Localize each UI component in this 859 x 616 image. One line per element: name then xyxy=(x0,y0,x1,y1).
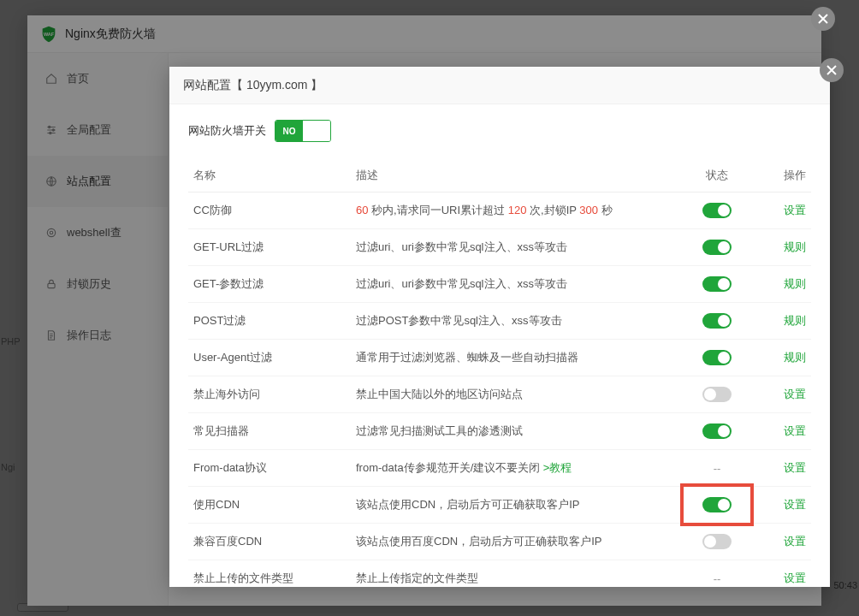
table-row: 禁止上传的文件类型禁止上传指定的文件类型--设置 xyxy=(188,560,811,588)
rule-desc: 该站点使用CDN，启动后方可正确获取客户IP xyxy=(351,487,674,524)
rule-name: From-data协议 xyxy=(188,450,351,487)
rule-action-link[interactable]: 规则 xyxy=(784,314,806,327)
rule-action-link[interactable]: 规则 xyxy=(784,240,806,253)
rule-name: 禁止海外访问 xyxy=(188,376,351,413)
outer-close-button[interactable] xyxy=(811,7,835,31)
toggle-off-side xyxy=(303,121,330,141)
firewall-switch-row: 网站防火墙开关 NO xyxy=(188,120,811,142)
rule-action-link[interactable]: 设置 xyxy=(784,204,806,216)
tutorial-link[interactable]: >教程 xyxy=(543,461,572,474)
rule-desc: 该站点使用百度CDN，启动后方可正确获取客户IP xyxy=(351,524,674,560)
inner-title-bar: 网站配置【 10yym.com 】 xyxy=(169,67,830,104)
rule-desc: 禁止上传指定的文件类型 xyxy=(351,560,674,588)
table-row: GET-URL过滤过滤uri、uri参数中常见sql注入、xss等攻击规则 xyxy=(188,229,811,266)
rule-status xyxy=(674,266,760,303)
rule-desc: 60 秒内,请求同一URI累计超过 120 次,封锁IP 300 秒 xyxy=(351,192,674,229)
rule-desc: from-data传参规范开关/建议不要关闭 >教程 xyxy=(351,450,674,487)
rule-action: 规则 xyxy=(760,340,811,376)
rule-status xyxy=(674,303,760,340)
toggle-knob xyxy=(718,352,730,364)
inner-body: 网站防火墙开关 NO 名称 描述 状态 操作 CC防御60 秒内,请求同一URI… xyxy=(169,104,830,587)
rule-status: -- xyxy=(674,560,760,588)
table-row: POST过滤过滤POST参数中常见sql注入、xss等攻击规则 xyxy=(188,303,811,340)
rule-action: 设置 xyxy=(760,487,811,524)
rule-toggle[interactable] xyxy=(702,240,732,255)
rule-name: POST过滤 xyxy=(188,303,351,340)
rule-action-link[interactable]: 设置 xyxy=(784,388,806,400)
toggle-knob xyxy=(718,241,730,253)
table-row: User-Agent过滤通常用于过滤浏览器、蜘蛛及一些自动扫描器规则 xyxy=(188,340,811,376)
rule-name: CC防御 xyxy=(188,192,351,229)
table-row: GET-参数过滤过滤uri、uri参数中常见sql注入、xss等攻击规则 xyxy=(188,266,811,303)
toggle-knob xyxy=(704,388,716,400)
rule-action: 设置 xyxy=(760,376,811,413)
toggle-knob xyxy=(718,425,730,437)
toggle-knob xyxy=(718,315,730,327)
table-row: 禁止海外访问禁止中国大陆以外的地区访问站点设置 xyxy=(188,376,811,413)
rule-status xyxy=(674,340,760,376)
firewall-switch-label: 网站防火墙开关 xyxy=(188,123,266,139)
rule-name: 使用CDN xyxy=(188,487,351,524)
rule-toggle[interactable] xyxy=(702,534,732,549)
rule-action-link[interactable]: 设置 xyxy=(784,572,806,584)
rule-status: -- xyxy=(674,450,760,487)
close-icon xyxy=(826,65,837,75)
rule-toggle[interactable] xyxy=(702,424,732,439)
toggle-knob xyxy=(718,499,730,511)
rule-action: 规则 xyxy=(760,229,811,266)
rule-desc: 过滤uri、uri参数中常见sql注入、xss等攻击 xyxy=(351,266,674,303)
rule-status xyxy=(674,487,760,524)
rule-action-link[interactable]: 规则 xyxy=(784,277,806,290)
rule-desc: 过滤常见扫描测试工具的渗透测试 xyxy=(351,413,674,450)
rule-action: 设置 xyxy=(760,560,811,588)
rule-desc: 通常用于过滤浏览器、蜘蛛及一些自动扫描器 xyxy=(351,340,674,376)
rule-toggle[interactable] xyxy=(702,276,732,292)
rule-name: GET-参数过滤 xyxy=(188,266,351,303)
th-status: 状态 xyxy=(674,159,760,192)
firewall-master-toggle[interactable]: NO xyxy=(275,120,331,142)
rules-table: 名称 描述 状态 操作 CC防御60 秒内,请求同一URI累计超过 120 次,… xyxy=(188,159,811,587)
rule-action: 设置 xyxy=(760,192,811,229)
rule-status xyxy=(674,229,760,266)
rule-name: User-Agent过滤 xyxy=(188,340,351,376)
table-row: From-data协议from-data传参规范开关/建议不要关闭 >教程--设… xyxy=(188,450,811,487)
table-row: 常见扫描器过滤常见扫描测试工具的渗透测试设置 xyxy=(188,413,811,450)
rule-status xyxy=(674,376,760,413)
toggle-knob xyxy=(718,278,730,290)
rule-action: 设置 xyxy=(760,413,811,450)
rule-action: 规则 xyxy=(760,303,811,340)
rule-action-link[interactable]: 设置 xyxy=(784,461,806,474)
rule-action-link[interactable]: 设置 xyxy=(784,424,806,437)
rule-toggle[interactable] xyxy=(702,387,732,402)
rule-action: 设置 xyxy=(760,450,811,487)
rule-toggle[interactable] xyxy=(702,203,732,218)
rule-name: 兼容百度CDN xyxy=(188,524,351,560)
table-row: 使用CDN该站点使用CDN，启动后方可正确获取客户IP设置 xyxy=(188,487,811,524)
rule-name: 常见扫描器 xyxy=(188,413,351,450)
inner-close-button[interactable] xyxy=(820,58,844,82)
rule-action-link[interactable]: 设置 xyxy=(784,535,806,548)
rule-desc: 过滤uri、uri参数中常见sql注入、xss等攻击 xyxy=(351,229,674,266)
rule-status xyxy=(674,413,760,450)
rule-name: GET-URL过滤 xyxy=(188,229,351,266)
rule-action: 规则 xyxy=(760,266,811,303)
rule-name: 禁止上传的文件类型 xyxy=(188,560,351,588)
rule-status xyxy=(674,524,760,560)
inner-title-text: 网站配置【 10yym.com 】 xyxy=(183,78,323,93)
close-icon xyxy=(818,14,828,24)
rule-desc: 过滤POST参数中常见sql注入、xss等攻击 xyxy=(351,303,674,340)
inner-modal: 网站配置【 10yym.com 】 网站防火墙开关 NO 名称 描述 状态 操作… xyxy=(169,67,830,587)
status-dash: -- xyxy=(714,572,721,585)
rule-status xyxy=(674,192,760,229)
rule-action-link[interactable]: 规则 xyxy=(784,351,806,364)
toggle-on-side: NO xyxy=(275,121,303,141)
rule-toggle[interactable] xyxy=(702,497,732,512)
table-row: CC防御60 秒内,请求同一URI累计超过 120 次,封锁IP 300 秒设置 xyxy=(188,192,811,229)
toggle-knob xyxy=(718,204,730,216)
rule-toggle[interactable] xyxy=(702,313,732,329)
rule-toggle[interactable] xyxy=(702,350,732,365)
status-dash: -- xyxy=(714,462,721,475)
th-name: 名称 xyxy=(188,159,351,192)
rule-action-link[interactable]: 设置 xyxy=(784,498,806,511)
rule-desc: 禁止中国大陆以外的地区访问站点 xyxy=(351,376,674,413)
